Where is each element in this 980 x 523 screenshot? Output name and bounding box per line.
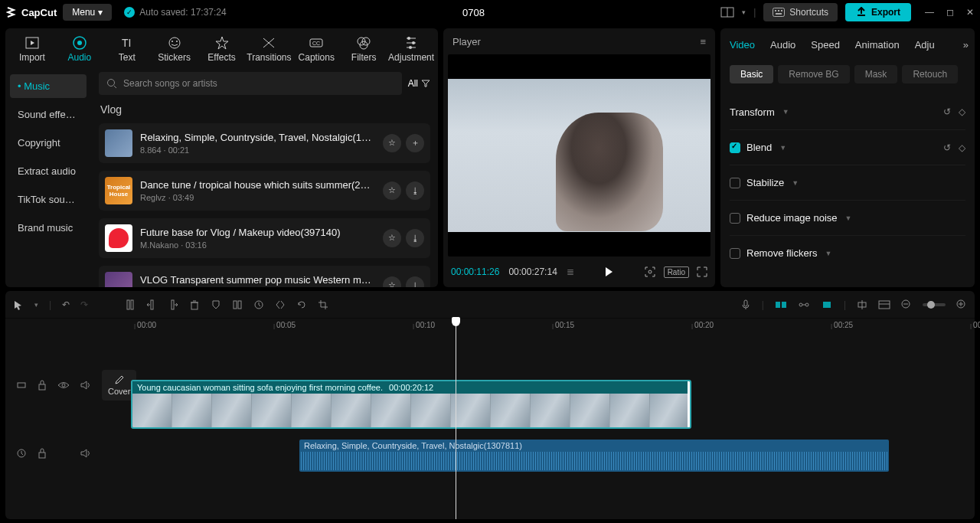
zoom-slider[interactable] (923, 303, 946, 306)
tab-effects[interactable]: Effects (198, 35, 246, 63)
download-button[interactable]: ⭳ (406, 276, 424, 287)
layout-icon[interactable] (720, 7, 734, 18)
checkbox[interactable] (730, 142, 740, 153)
tab-text[interactable]: TIText (103, 35, 151, 63)
player-viewport[interactable] (448, 54, 710, 257)
reset-icon[interactable]: ↺ (943, 106, 951, 117)
favorite-button[interactable]: ☆ (383, 229, 401, 247)
tab-captions[interactable]: CCCaptions (292, 35, 340, 63)
tab-filters[interactable]: Filters (340, 35, 387, 63)
export-button[interactable]: Export (845, 3, 911, 21)
chevron-down-icon[interactable]: ▾ (742, 8, 746, 16)
delete-tool[interactable] (189, 299, 200, 310)
shortcuts-button[interactable]: Shortcuts (763, 3, 838, 21)
track-item[interactable]: TropicalHouse Dance tune / tropical hous… (99, 171, 430, 211)
download-button[interactable]: ⭳ (406, 181, 424, 200)
preview-snap-tool[interactable] (821, 300, 833, 309)
menu-button[interactable]: Menu ▾ (63, 4, 112, 21)
sidebar-item-brand-music[interactable]: Brand music (10, 216, 87, 240)
scan-icon[interactable] (644, 266, 656, 278)
tab-adjustment[interactable]: Adjustment (387, 35, 435, 63)
prop-remove-flickers[interactable]: Remove flickers▼ (730, 235, 965, 270)
prop-blend[interactable]: Blend▼ ↺◇ (730, 129, 965, 165)
favorite-button[interactable]: ☆ (383, 134, 401, 152)
subtab-remove-bg[interactable]: Remove BG (778, 65, 849, 83)
timeline-tracks[interactable]: Young caucasian woman sitting sofa enjoy… (126, 335, 975, 519)
favorite-button[interactable]: ☆ (383, 276, 401, 287)
prop-stabilize[interactable]: Stabilize▼ (730, 165, 965, 200)
more-tabs-icon[interactable]: » (963, 39, 969, 51)
player-menu-icon[interactable]: ≡ (700, 36, 706, 47)
mute-icon[interactable] (80, 381, 91, 390)
align-tool[interactable] (857, 299, 867, 310)
redo-button[interactable]: ↷ (80, 299, 88, 310)
playhead[interactable] (456, 319, 456, 519)
zoom-out-button[interactable] (901, 299, 912, 310)
prop-tab-adjust[interactable]: Adju (915, 39, 935, 51)
crop-tool[interactable] (318, 299, 328, 310)
sidebar-item-copyright[interactable]: Copyright (10, 131, 87, 155)
prop-tab-audio[interactable]: Audio (770, 39, 795, 51)
lock-icon[interactable] (38, 380, 47, 391)
checkbox[interactable] (730, 178, 740, 188)
lock-icon[interactable] (38, 448, 47, 459)
magnet-tool[interactable] (775, 300, 787, 309)
reverse-tool[interactable] (253, 299, 264, 310)
prop-tab-video[interactable]: Video (730, 39, 755, 51)
audio-clip[interactable]: Relaxing, Simple, Countryside, Travel, N… (299, 440, 889, 472)
tab-audio[interactable]: Audio (56, 35, 103, 63)
prop-reduce-noise[interactable]: Reduce image noise▼ (730, 200, 965, 235)
keyframe-icon[interactable]: ◇ (959, 106, 965, 117)
tab-transitions[interactable]: Transitions (245, 35, 292, 63)
undo-button[interactable]: ↶ (62, 299, 70, 310)
mute-icon[interactable] (80, 449, 91, 458)
subtab-mask[interactable]: Mask (854, 65, 898, 83)
sidebar-item-music[interactable]: • Music (10, 74, 87, 98)
track-item[interactable]: VLOG Transparent summer pop music Wester… (99, 266, 430, 287)
subtab-basic[interactable]: Basic (730, 65, 773, 83)
play-button[interactable] (603, 266, 614, 277)
track-header-tool[interactable] (878, 300, 890, 309)
link-tool[interactable] (798, 300, 810, 309)
keyframe-icon[interactable]: ◇ (959, 142, 965, 153)
sidebar-item-sound-effects[interactable]: Sound effe… (10, 103, 87, 126)
sidebar-item-tiktok-sounds[interactable]: TikTok sou… (10, 188, 87, 211)
rotate-tool[interactable] (296, 299, 307, 310)
minimize-button[interactable]: — (925, 7, 934, 18)
timeline-ruler[interactable]: 00:00 00:05 00:10 00:15 00:20 00:25 00: (126, 319, 975, 335)
checkbox[interactable] (730, 213, 740, 224)
ratio-button[interactable]: Ratio (664, 266, 689, 278)
favorite-button[interactable]: ☆ (383, 181, 401, 200)
selection-tool[interactable] (13, 299, 24, 310)
zoom-in-button[interactable] (956, 299, 967, 310)
prop-transform[interactable]: Transform▼ ↺◇ (730, 94, 965, 129)
add-button[interactable]: ＋ (406, 134, 424, 152)
sidebar-item-extract-audio[interactable]: Extract audio (10, 159, 87, 183)
tab-stickers[interactable]: Stickers (151, 35, 198, 63)
prop-tab-speed[interactable]: Speed (811, 39, 840, 51)
delete-right-tool[interactable] (168, 299, 178, 310)
reset-icon[interactable]: ↺ (943, 142, 951, 153)
fullscreen-icon[interactable] (697, 266, 707, 277)
video-clip[interactable]: Young caucasian woman sitting sofa enjoy… (131, 380, 691, 429)
chevron-down-icon[interactable]: ▾ (34, 301, 38, 309)
tab-import[interactable]: Import (8, 35, 56, 63)
maximize-button[interactable]: ◻ (946, 7, 954, 18)
list-icon[interactable]: ≣ (567, 266, 574, 277)
subtab-retouch[interactable]: Retouch (902, 65, 958, 83)
record-audio-button[interactable] (740, 299, 751, 310)
marker-tool[interactable] (211, 299, 221, 310)
clock-icon[interactable] (16, 448, 27, 459)
mirror-tool[interactable] (275, 299, 286, 310)
filter-all-button[interactable]: All (408, 78, 430, 89)
download-button[interactable]: ⭳ (406, 229, 424, 247)
clip-handle[interactable] (688, 381, 691, 428)
eye-icon[interactable] (57, 381, 70, 389)
search-input[interactable]: Search songs or artists (99, 72, 402, 95)
split-tool[interactable] (125, 299, 136, 310)
checkbox[interactable] (730, 248, 740, 259)
track-collapse-icon[interactable] (16, 380, 27, 391)
track-item[interactable]: Future base for Vlog / Makeup video(3971… (99, 218, 430, 258)
freeze-tool[interactable] (232, 299, 243, 310)
delete-left-tool[interactable] (146, 299, 157, 310)
